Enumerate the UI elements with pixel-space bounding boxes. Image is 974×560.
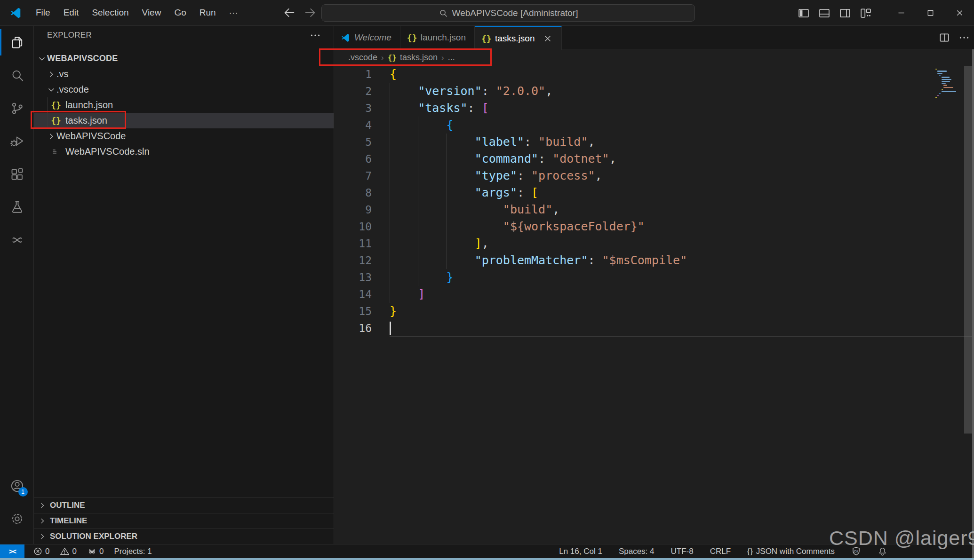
minimize-button[interactable] [886,0,916,26]
line-content [390,320,972,337]
vs-infinity-icon [10,233,24,247]
tree-item-webapivscode-sln[interactable]: WebAPIVSCode.sln [34,144,334,159]
activity-testing[interactable] [0,191,34,223]
code-line-1: 1{ [334,66,974,83]
status-projects[interactable]: Projects: 1 [112,547,153,556]
code-line-2: 2 "version": "2.0.0", [334,83,974,100]
status-language-mode-value: JSON with Comments [756,547,835,556]
menu-view[interactable]: View [136,5,168,21]
remote-indicator[interactable]: >< [0,544,24,558]
command-center-search[interactable]: WebAPIVSCode [Administrator] [321,4,695,22]
indent-guide [446,218,447,235]
status-indentation-value: Spaces: 4 [619,547,655,556]
section-timeline[interactable]: TIMELINE [34,513,334,528]
tab-tasks-json[interactable]: {}tasks.json [475,26,562,50]
forward-icon[interactable] [303,6,317,20]
code-line-13: 13 } [334,269,974,286]
status-indentation[interactable]: Spaces: 4 [617,547,656,556]
account-icon: 1 [10,479,24,493]
close-button[interactable] [945,0,974,26]
watermark: CSDN @laiger90 [829,527,974,550]
customize-layout-icon[interactable] [859,7,872,20]
line-content: "label": "build", [390,134,972,150]
tab-launch-json[interactable]: {}launch.json [400,26,475,49]
activity-explorer[interactable] [0,26,34,58]
status-language-mode[interactable]: {}JSON with Comments [745,547,837,556]
activity-manage[interactable] [0,503,34,535]
tree-item-launch-json[interactable]: {}launch.json [34,97,334,113]
code-line-5: 5 "label": "build", [334,134,974,150]
menu-file[interactable]: File [29,5,57,21]
maximize-button[interactable] [916,0,945,26]
more-actions-icon[interactable] [958,32,970,44]
back-icon[interactable] [282,6,296,20]
code-line-15: 15} [334,303,974,320]
status-cursor-position[interactable]: Ln 16, Col 1 [557,547,604,556]
activity-source-control[interactable] [0,92,34,124]
status-errors[interactable]: 0 [31,546,51,556]
line-content: { [390,66,972,83]
menu-edit[interactable]: Edit [57,5,86,21]
json-braces-icon: {} [481,34,492,44]
toggle-sidebar-icon[interactable] [797,7,810,20]
breadcrumb-separator: › [441,53,444,63]
section-label: OUTLINE [50,501,85,510]
indent-guide [390,117,390,134]
vscode-logo-icon [9,7,22,19]
activity-extensions[interactable] [0,158,34,190]
vscode-logo-icon [341,33,350,42]
menu-[interactable]: ··· [223,5,245,21]
sidebar-sections: OUTLINETIMELINESOLUTION EXPLORER [34,497,334,544]
activity-search[interactable] [0,59,34,91]
code-area[interactable]: 1{2 "version": "2.0.0",3 "tasks": [4 {5 … [334,66,974,544]
close-icon[interactable] [543,33,553,44]
section-outline[interactable]: OUTLINE [34,497,334,513]
activity-run-and-debug[interactable] [0,125,34,157]
status-warnings-value: 0 [72,547,76,556]
breadcrumb-item[interactable]: {}tasks.json [388,53,438,63]
history-nav [282,6,317,20]
breadcrumb-item[interactable]: .vscode [348,53,377,63]
section-solution-explorer[interactable]: SOLUTION EXPLORER [34,528,334,544]
editor-scrollbar[interactable] [964,66,972,434]
tree-item--vscode[interactable]: .vscode [34,82,334,97]
more-actions-icon[interactable] [309,29,321,41]
indent-guide [418,269,418,286]
tree-item-webapivscode[interactable]: WEBAPIVSCODE [34,51,334,66]
status-ports[interactable]: 0 [85,546,105,556]
search-icon [10,68,24,83]
toggle-panel-icon[interactable] [818,7,831,20]
indent-guide [418,201,418,218]
menu-selection[interactable]: Selection [85,5,135,21]
line-content: } [390,269,972,286]
indent-guide [418,252,418,269]
split-editor-icon[interactable] [938,32,950,44]
line-content: "version": "2.0.0", [390,83,972,100]
sln-file-icon [50,147,62,157]
indent-guide [446,184,447,201]
tab-welcome[interactable]: Welcome [334,26,400,49]
status-encoding[interactable]: UTF-8 [669,547,695,556]
tree-item-label: tasks.json [65,115,107,126]
tree-item--vs[interactable]: .vs [34,66,334,82]
status-eol[interactable]: CRLF [708,547,733,556]
status-projects-value: Projects: 1 [114,547,152,556]
file-tree: WEBAPIVSCODE.vs.vscode{}launch.json{}tas… [34,51,334,159]
line-content: { [390,117,972,134]
chevron-right-icon [38,501,47,510]
minimap-line [937,73,942,74]
activity-accounts[interactable]: 1 [0,470,34,502]
breadcrumb[interactable]: .vscode›{}tasks.json›... [334,49,974,66]
activity-visual-studio-solution[interactable] [0,224,34,256]
indent-guide [418,117,418,134]
breadcrumb-item[interactable]: ... [448,53,455,63]
line-content: ], [390,235,972,252]
indent-guide [390,252,390,269]
line-content: "build", [390,201,972,218]
tree-item-webapivscode[interactable]: WebAPIVSCode [34,128,334,144]
toggle-secondary-sidebar-icon[interactable] [838,7,852,20]
menu-run[interactable]: Run [193,5,223,21]
status-warnings[interactable]: 0 [58,546,78,556]
menu-go[interactable]: Go [168,5,192,21]
tree-item-tasks-json[interactable]: {}tasks.json [34,113,334,128]
